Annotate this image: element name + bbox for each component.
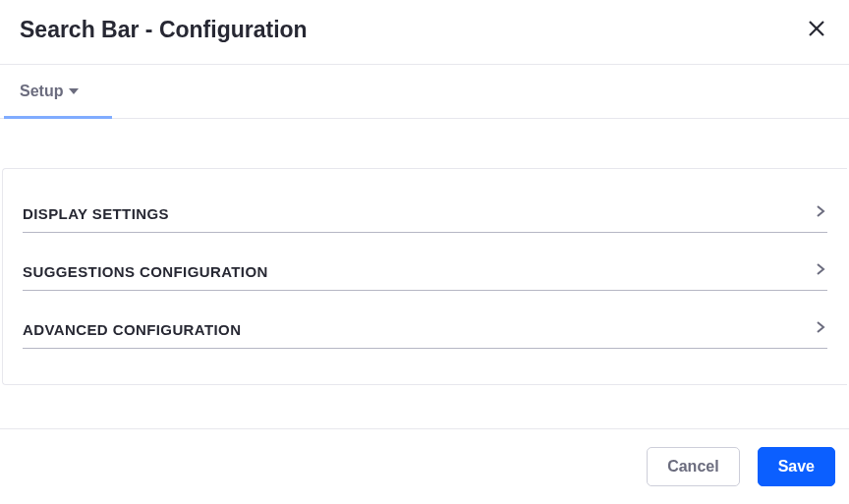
section-display-settings[interactable]: Display Settings xyxy=(23,191,827,233)
close-button[interactable] xyxy=(804,16,829,44)
tabs-bar: Setup xyxy=(0,64,849,119)
settings-panel: Display Settings Suggestions Configurati… xyxy=(2,168,847,385)
section-label: Suggestions Configuration xyxy=(23,263,268,280)
modal-footer: Cancel Save xyxy=(0,428,849,504)
configuration-modal: Search Bar - Configuration Setup Display… xyxy=(0,0,849,504)
tab-active-indicator xyxy=(4,116,112,119)
chevron-right-icon xyxy=(814,320,827,338)
cancel-button[interactable]: Cancel xyxy=(647,447,739,486)
modal-body: Display Settings Suggestions Configurati… xyxy=(0,119,849,428)
tab-setup-label: Setup xyxy=(20,83,63,100)
section-suggestions-configuration[interactable]: Suggestions Configuration xyxy=(23,249,827,291)
caret-down-icon xyxy=(69,83,79,100)
chevron-right-icon xyxy=(814,204,827,222)
section-advanced-configuration[interactable]: Advanced Configuration xyxy=(23,307,827,349)
modal-title: Search Bar - Configuration xyxy=(20,17,308,43)
section-label: Display Settings xyxy=(23,205,169,222)
chevron-right-icon xyxy=(814,262,827,280)
save-button[interactable]: Save xyxy=(758,447,835,486)
close-icon xyxy=(808,20,825,40)
modal-header: Search Bar - Configuration xyxy=(0,0,849,64)
section-label: Advanced Configuration xyxy=(23,321,241,338)
tab-setup[interactable]: Setup xyxy=(4,65,94,118)
